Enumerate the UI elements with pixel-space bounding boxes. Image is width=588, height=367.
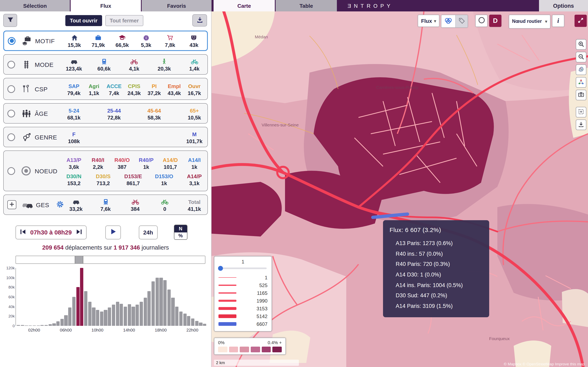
map-download-button[interactable] xyxy=(576,119,586,130)
filter-item-total[interactable]: Total41,1k xyxy=(186,197,203,212)
fullscreen-button[interactable] xyxy=(575,15,587,27)
play-button[interactable] xyxy=(105,225,121,239)
tab-carte[interactable]: Carte xyxy=(214,0,275,11)
count-percent-toggle[interactable]: N % xyxy=(174,225,187,240)
histogram-bar[interactable] xyxy=(60,319,63,326)
category-genre[interactable]: GENRE F108kM101,7k xyxy=(3,127,208,147)
filter-item-ball[interactable]: 5,3k xyxy=(138,33,154,48)
histogram-bar[interactable] xyxy=(203,324,206,326)
filter-item-bike[interactable]: 0 xyxy=(156,197,173,212)
layer-select[interactable]: Flux ▾ xyxy=(418,15,439,27)
histogram-bar[interactable] xyxy=(136,305,139,326)
flux-threshold-slider[interactable] xyxy=(219,267,267,269)
noeud-radio[interactable] xyxy=(7,167,15,175)
category-motif[interactable]: MOTIF 15,3k71,9k66,5k5,3k7,8k43k xyxy=(3,31,208,51)
histogram-bar[interactable] xyxy=(96,310,99,326)
histogram-bar[interactable] xyxy=(175,307,178,326)
ges-settings-button[interactable] xyxy=(55,200,65,210)
histogram-bar[interactable] xyxy=(147,291,151,326)
filter-item-r40-p[interactable]: R40/P1k xyxy=(138,155,154,170)
histogram-bar[interactable] xyxy=(199,322,202,326)
filter-item-ouvr[interactable]: Ouvr16,7k xyxy=(186,82,203,96)
filter-item-d153-o[interactable]: D153/O1k xyxy=(155,172,173,186)
time-range-slider[interactable] xyxy=(16,256,205,264)
zoom-out-button[interactable] xyxy=(576,52,586,62)
filter-item-graduation[interactable]: 66,5k xyxy=(114,33,130,48)
histogram-bar[interactable] xyxy=(44,325,48,326)
age-radio[interactable] xyxy=(7,109,15,117)
histogram-bar[interactable] xyxy=(64,315,68,326)
node-type-select[interactable]: Nœud routier ▾ xyxy=(509,15,550,29)
filter-item-sap[interactable]: SAP79,4k xyxy=(66,82,82,96)
zoom-in-button[interactable] xyxy=(576,39,586,50)
filter-item-moto[interactable]: 4,1k xyxy=(126,57,142,72)
filter-item-train[interactable]: 60,6k xyxy=(96,57,112,72)
filter-item-house[interactable]: 15,3k xyxy=(66,33,82,48)
histogram-bar[interactable] xyxy=(80,268,84,326)
histogram-bar[interactable] xyxy=(56,322,60,326)
category-noeud[interactable]: NOEUD A13/P3,6kR40/I2,2kR40/O387R40/P1kA… xyxy=(3,150,208,191)
filter-item-cpis[interactable]: CPIS24,3k xyxy=(126,82,142,96)
histogram-bar[interactable] xyxy=(29,325,32,326)
csp-radio[interactable] xyxy=(7,85,15,93)
histogram-bar[interactable] xyxy=(48,324,52,326)
histogram-bar[interactable] xyxy=(140,302,143,326)
histogram-bar[interactable] xyxy=(128,304,131,326)
histogram-bar[interactable] xyxy=(21,325,24,326)
filter-item-r40-o[interactable]: R40/O387 xyxy=(114,155,130,170)
histogram-bar[interactable] xyxy=(112,305,115,326)
tab-table[interactable]: Table xyxy=(276,0,337,11)
histogram-bar[interactable] xyxy=(108,308,111,326)
filter-item-45-64[interactable]: 45-6458,3k xyxy=(146,106,162,121)
histogram-bar[interactable] xyxy=(167,290,171,326)
histogram-bar[interactable] xyxy=(187,316,190,326)
filter-item-acce[interactable]: ACCE7,4k xyxy=(106,82,122,96)
histogram-bar[interactable] xyxy=(195,321,198,326)
histogram-bar[interactable] xyxy=(155,277,159,326)
histogram-bar[interactable] xyxy=(25,325,28,326)
tab-flux[interactable]: Flux xyxy=(71,0,141,11)
histogram-bar[interactable] xyxy=(92,308,95,326)
filter-item-a14-p[interactable]: A14/P3,1k xyxy=(186,172,203,186)
category-age[interactable]: ÂGE 5-2468,1k25-4472,8k45-6458,3k65+10,5… xyxy=(3,103,208,124)
filter-item-r40-i[interactable]: R40/I2,2k xyxy=(90,155,106,170)
next-period-button[interactable] xyxy=(76,228,82,236)
filter-item-car[interactable]: 33,2k xyxy=(68,197,84,212)
category-csp[interactable]: CSP SAP79,4kAgri1,1kACCE7,4kCPIS24,3kPI3… xyxy=(3,78,208,100)
histogram-bar[interactable] xyxy=(17,325,20,326)
histogram-bar[interactable] xyxy=(104,310,107,326)
filter-item-agri[interactable]: Agri1,1k xyxy=(86,82,102,96)
map-canvas[interactable]: Flux ▾ D Nœud routier ▾ xyxy=(212,11,588,367)
24h-button[interactable]: 24h xyxy=(139,225,158,239)
histogram-bar[interactable] xyxy=(124,307,127,326)
d-mode-button[interactable]: D xyxy=(489,15,502,27)
histogram-bar[interactable] xyxy=(159,277,163,326)
ges-expand-button[interactable] xyxy=(7,200,16,209)
histogram-bar[interactable] xyxy=(183,314,186,326)
filter-item-5-24[interactable]: 5-2468,1k xyxy=(66,106,82,121)
histogram-bar[interactable] xyxy=(52,323,56,326)
histogram-bar[interactable] xyxy=(84,291,87,326)
filter-item-car[interactable]: 123,4k xyxy=(66,57,82,72)
histogram-bar[interactable] xyxy=(100,311,103,326)
filter-item-mask[interactable]: 43k xyxy=(186,33,202,48)
filter-item-empl[interactable]: Empl43,4k xyxy=(166,82,182,96)
info-button[interactable]: i xyxy=(552,15,564,27)
previous-period-button[interactable] xyxy=(20,228,26,236)
filter-item-m[interactable]: M101,7k xyxy=(186,130,203,144)
tag-mode-button[interactable] xyxy=(455,15,467,27)
histogram-bar[interactable] xyxy=(191,319,194,326)
filter-item-d153-e[interactable]: D153/E861,7 xyxy=(124,172,142,186)
category-ges[interactable]: GES 33,2k7,6k3840Total41,1k xyxy=(3,194,208,215)
histogram-bar[interactable] xyxy=(132,307,135,326)
filter-item-cart[interactable]: 7,8k xyxy=(162,33,178,48)
histogram-bar[interactable] xyxy=(151,281,155,326)
histogram-bar[interactable] xyxy=(68,308,71,326)
filter-item-train[interactable]: 7,6k xyxy=(97,197,114,212)
filter-item-walk[interactable]: 20,3k xyxy=(156,57,173,72)
europe-view-button[interactable] xyxy=(576,64,586,75)
time-range-slider-selection[interactable] xyxy=(75,256,83,263)
filter-item-d30-n[interactable]: D30/N153,2 xyxy=(66,172,82,186)
filter-item-25-44[interactable]: 25-4472,8k xyxy=(106,106,122,121)
filter-item-a13-p[interactable]: A13/P3,6k xyxy=(66,155,82,170)
